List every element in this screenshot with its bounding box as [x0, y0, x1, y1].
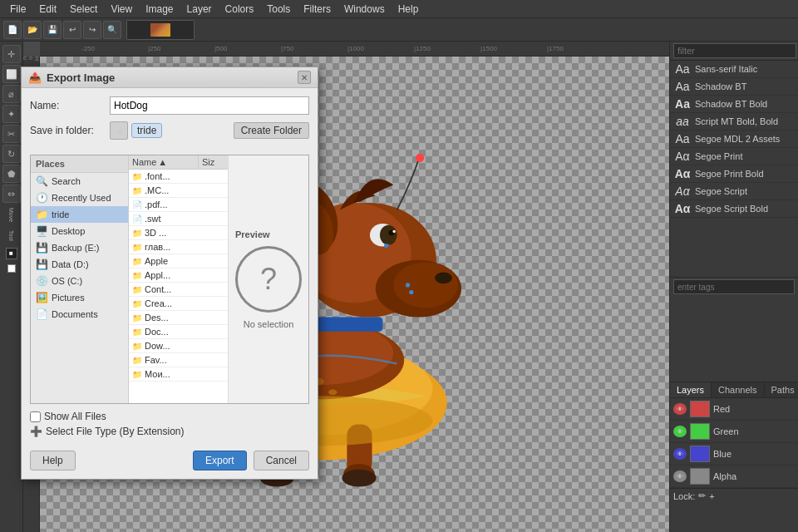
tool-rotate[interactable]: ↻	[2, 145, 21, 163]
color-fg[interactable]: ■	[6, 248, 17, 259]
dialog-close-button[interactable]: ✕	[298, 71, 311, 84]
tab-channels[interactable]: Channels	[712, 382, 764, 397]
cancel-button[interactable]: Cancel	[254, 451, 309, 470]
font-item-0[interactable]: AaSans-serif Italic	[670, 61, 798, 78]
tool-move[interactable]: ✛	[2, 45, 21, 63]
font-item-5[interactable]: AαSegoe Print	[670, 148, 798, 165]
files-header: Name ▲ Siz	[129, 155, 228, 170]
font-item-2[interactable]: AaSchadow BT Bold	[670, 96, 798, 113]
svg-point-22	[342, 470, 376, 487]
files-list: Name ▲ Siz 📁.font...📁.MC...📄.pdf...📄.swt…	[129, 155, 229, 403]
tool-perspective[interactable]: ⬟	[2, 165, 21, 183]
font-item-6[interactable]: AαSegoe Print Bold	[670, 165, 798, 183]
menu-tools[interactable]: Tools	[260, 2, 297, 17]
font-item-4[interactable]: AaSegoe MDL 2 Assets	[670, 131, 798, 148]
tool-fuzzy[interactable]: ✦	[2, 105, 21, 123]
file-row-5[interactable]: 📁глав...	[129, 240, 228, 254]
show-all-files-checkbox[interactable]	[30, 411, 41, 422]
places-list: 🔍Search🕐Recently Used📁tride🖥️Desktop💾Bac…	[31, 173, 128, 323]
menu-help[interactable]: Help	[392, 2, 426, 17]
menu-filters[interactable]: Filters	[297, 2, 337, 17]
menu-image[interactable]: Image	[139, 2, 180, 17]
toolbar-zoom[interactable]: 🔍	[103, 21, 121, 39]
menu-select[interactable]: Select	[63, 2, 104, 17]
font-item-7[interactable]: AαSegoe Script	[670, 183, 798, 200]
menu-view[interactable]: View	[104, 2, 139, 17]
toolbar-redo[interactable]: ↪	[83, 21, 101, 39]
tab-layers[interactable]: Layers	[670, 382, 712, 397]
file-row-10[interactable]: 📁Des...	[129, 311, 228, 325]
menu-edit[interactable]: Edit	[32, 2, 63, 17]
tool-select-rect[interactable]: ⬜	[2, 65, 21, 83]
eye-icon-alpha[interactable]: 👁	[673, 470, 687, 482]
eye-icon-green[interactable]: 👁	[673, 426, 687, 437]
file-row-3[interactable]: 📄.swt	[129, 212, 228, 226]
help-button[interactable]: Help	[30, 451, 76, 470]
dialog-title-bar: 📤 Export Image ✕	[22, 67, 318, 88]
dialog-bottom: Show All Files ➕ Select File Type (By Ex…	[22, 411, 318, 451]
color-bg[interactable]	[7, 264, 16, 273]
tool-lasso[interactable]: ⌀	[2, 85, 21, 103]
toolbar-new[interactable]: 📄	[3, 21, 22, 39]
tags-input[interactable]	[673, 279, 795, 294]
place-item-8[interactable]: 📄Documents	[31, 306, 128, 323]
file-pane-wrapper: Places 🔍Search🕐Recently Used📁tride🖥️Desk…	[22, 155, 318, 404]
export-dialog: 📤 Export Image ✕ Name: Save in folder: ◀…	[21, 66, 318, 480]
file-row-4[interactable]: 📁3D ...	[129, 226, 228, 240]
lock-pen-icon[interactable]: ✏	[698, 490, 706, 501]
move-label: Move	[8, 208, 14, 222]
place-item-0[interactable]: 🔍Search	[31, 173, 128, 190]
export-button[interactable]: Export	[193, 451, 247, 470]
place-item-3[interactable]: 🖥️Desktop	[31, 223, 128, 239]
file-row-9[interactable]: 📁Crea...	[129, 297, 228, 311]
menu-colors[interactable]: Colors	[219, 2, 261, 17]
place-item-1[interactable]: 🕐Recently Used	[31, 190, 128, 206]
menu-layer[interactable]: Layer	[180, 2, 219, 17]
place-item-4[interactable]: 💾Backup (E:)	[31, 239, 128, 256]
layer-row-blue[interactable]: 👁 Blue	[670, 443, 798, 466]
file-row-0[interactable]: 📁.font...	[129, 170, 228, 184]
menubar: File Edit Select View Image Layer Colors…	[0, 0, 798, 18]
layer-row-red[interactable]: 👁 Red	[670, 398, 798, 421]
file-row-8[interactable]: 📁Cont...	[129, 283, 228, 297]
place-item-6[interactable]: 💿OS (C:)	[31, 273, 128, 289]
files-col-name-header[interactable]: Name ▲	[129, 155, 199, 169]
name-input[interactable]	[110, 96, 309, 115]
file-row-13[interactable]: 📁Fav...	[129, 353, 228, 367]
select-file-type-label[interactable]: Select File Type (By Extension)	[46, 426, 185, 437]
tool-crop[interactable]: ✂	[2, 125, 21, 143]
file-row-14[interactable]: 📁Мои...	[129, 367, 228, 382]
eye-icon-blue[interactable]: 👁	[673, 448, 687, 460]
folder-current[interactable]: tride	[131, 123, 162, 138]
lock-add-icon[interactable]: +	[709, 491, 714, 501]
create-folder-button[interactable]: Create Folder	[234, 122, 309, 139]
font-item-1[interactable]: AaSchadow BT	[670, 78, 798, 96]
toolbar-open[interactable]: 📂	[23, 21, 42, 39]
place-item-7[interactable]: 🖼️Pictures	[31, 289, 128, 306]
menu-file[interactable]: File	[3, 2, 32, 17]
file-row-2[interactable]: 📄.pdf...	[129, 198, 228, 212]
files-col-size-header[interactable]: Siz	[199, 155, 228, 169]
folder-back-button[interactable]: ◀	[110, 121, 128, 140]
svg-point-28	[406, 283, 410, 287]
font-item-8[interactable]: AαSegoe Script Bold	[670, 200, 798, 218]
menu-windows[interactable]: Windows	[337, 2, 392, 17]
file-row-6[interactable]: 📁Apple	[129, 254, 228, 268]
file-row-1[interactable]: 📁.MC...	[129, 184, 228, 198]
toolbar-save[interactable]: 💾	[43, 21, 62, 39]
layer-row-green[interactable]: 👁 Green	[670, 421, 798, 443]
tab-paths[interactable]: Paths	[765, 382, 798, 397]
toolbar-undo[interactable]: ↩	[63, 21, 81, 39]
tool-flip[interactable]: ⇔	[2, 185, 21, 203]
layer-row-alpha[interactable]: 👁 Alpha	[670, 466, 798, 488]
font-item-3[interactable]: aaScript MT Bold, Bold	[670, 113, 798, 131]
file-pane: Places 🔍Search🕐Recently Used📁tride🖥️Desk…	[30, 155, 309, 404]
file-row-12[interactable]: 📁Dow...	[129, 339, 228, 353]
file-row-7[interactable]: 📁Appl...	[129, 268, 228, 283]
fonts-filter-input[interactable]	[673, 43, 796, 58]
font-list: AaSans-serif ItalicAaSchadow BTAaSchadow…	[670, 61, 798, 277]
place-item-5[interactable]: 💾Data (D:)	[31, 256, 128, 273]
file-row-11[interactable]: 📁Doc...	[129, 325, 228, 339]
eye-icon-red[interactable]: 👁	[673, 403, 687, 415]
place-item-2[interactable]: 📁tride	[31, 206, 128, 223]
